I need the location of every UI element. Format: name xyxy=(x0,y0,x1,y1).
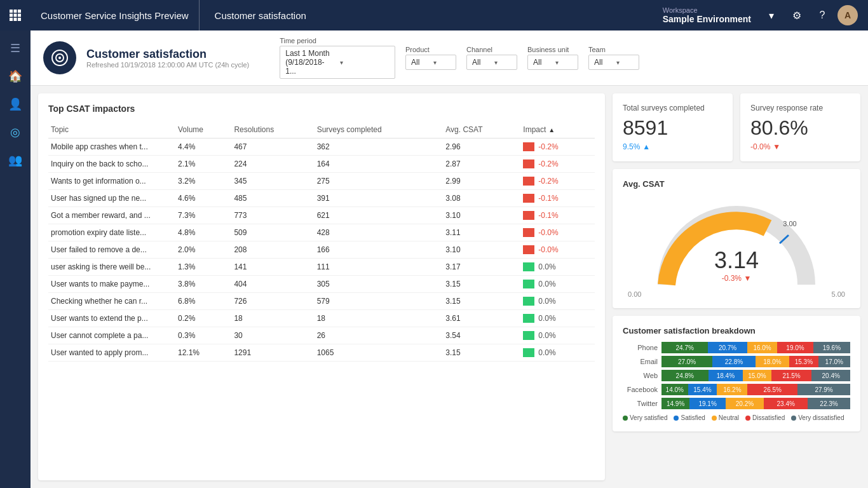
kpi-row: Total surveys completed 8591 9.5% ▲ Surv… xyxy=(613,93,860,161)
cell-avg-csat: 3.17 xyxy=(443,259,520,276)
grid-menu-icon[interactable] xyxy=(0,0,31,30)
main-content: Customer satisfaction Refreshed 10/19/20… xyxy=(31,30,868,488)
cell-impact: 0.0% xyxy=(520,344,595,362)
product-filter: Product All ▾ xyxy=(405,46,456,70)
breakdown-bar: 24.8%18.4%15.0%21.5%20.4% xyxy=(661,370,850,381)
breakdown-segment: 27.9% xyxy=(797,384,850,395)
breakdown-row: Email 27.0%22.8%18.0%15.3%17.0% xyxy=(623,356,850,367)
cell-topic: User wants to extend the p... xyxy=(48,310,175,327)
settings-icon[interactable]: ⚙ xyxy=(787,5,807,25)
cell-volume: 6.8% xyxy=(175,293,231,310)
cell-surveys: 391 xyxy=(315,190,444,207)
table-row[interactable]: User has signed up the ne... 4.6% 485 39… xyxy=(48,190,595,207)
top-navigation: Customer Service Insights Preview Custom… xyxy=(0,0,868,30)
table-row[interactable]: Got a member reward, and ... 7.3% 773 62… xyxy=(48,207,595,224)
legend-dot xyxy=(712,416,717,421)
cell-volume: 2.1% xyxy=(175,156,231,173)
sidebar-insights-icon[interactable]: ◎ xyxy=(3,119,28,145)
business-unit-select[interactable]: All ▾ xyxy=(527,55,578,70)
table-row[interactable]: user asking is there weill be... 1.3% 14… xyxy=(48,259,595,276)
page-header-text: Customer satisfaction Refreshed 10/19/20… xyxy=(86,48,249,69)
cell-surveys: 18 xyxy=(315,310,444,327)
legend-item: Satisfied xyxy=(674,414,705,421)
breakdown-card: Customer satisfaction breakdown Phone 24… xyxy=(613,316,860,431)
table-row[interactable]: User failed to remove a de... 2.0% 208 1… xyxy=(48,241,595,259)
team-select[interactable]: All ▾ xyxy=(588,55,639,70)
cell-volume: 12.1% xyxy=(175,344,231,362)
breakdown-segment: 23.4% xyxy=(764,398,808,409)
table-row[interactable]: Inquiry on the back to scho... 2.1% 224 … xyxy=(48,156,595,173)
cell-impact: -0.1% xyxy=(520,190,595,207)
col-volume[interactable]: Volume xyxy=(175,121,231,139)
col-surveys[interactable]: Surveys completed xyxy=(315,121,444,139)
gauge-value-display: 3.14 -0.3% ▼ xyxy=(714,247,759,283)
product-select[interactable]: All ▾ xyxy=(405,55,456,70)
breakdown-bar: 24.7%20.7%16.0%19.0%19.6% xyxy=(661,342,850,353)
workspace-info: Workspace Sample Environment xyxy=(663,6,751,24)
sidebar-people-icon[interactable]: 👥 xyxy=(3,147,28,173)
refresh-date: Refreshed 10/19/2018 12:00:00 AM UTC (24… xyxy=(86,61,249,69)
cell-avg-csat: 3.15 xyxy=(443,344,520,362)
breakdown-segment: 21.5% xyxy=(771,370,812,381)
svg-text:3.00: 3.00 xyxy=(783,220,796,227)
svg-rect-5 xyxy=(18,14,21,17)
col-resolutions[interactable]: Resolutions xyxy=(231,121,314,139)
help-icon[interactable]: ? xyxy=(812,5,832,25)
gauge-container: 3.00 3.14 -0.3% ▼ xyxy=(623,194,850,295)
breakdown-row: Facebook 14.0%15.4%16.2%26.5%27.9% xyxy=(623,384,850,395)
cell-topic: User failed to remove a de... xyxy=(48,241,175,259)
cell-avg-csat: 3.10 xyxy=(443,207,520,224)
sidebar-person-icon[interactable]: 👤 xyxy=(3,92,28,117)
table-row[interactable]: User cannot complete a pa... 0.3% 30 26 … xyxy=(48,327,595,344)
breakdown-segment: 20.2% xyxy=(726,398,764,409)
svg-rect-7 xyxy=(14,18,17,21)
cell-volume: 4.4% xyxy=(175,139,231,156)
breakdown-channel-label: Phone xyxy=(623,344,658,351)
user-avatar[interactable]: A xyxy=(837,5,858,25)
cell-resolutions: 773 xyxy=(231,207,314,224)
breakdown-segment: 26.5% xyxy=(747,384,797,395)
cell-avg-csat: 3.11 xyxy=(443,224,520,241)
table-section: Top CSAT impactors Topic Volume Resoluti… xyxy=(38,93,605,480)
cell-avg-csat: 3.61 xyxy=(443,310,520,327)
legend-dot xyxy=(623,416,628,421)
surveys-arrow-up: ▲ xyxy=(642,142,650,151)
workspace-chevron[interactable]: ▾ xyxy=(761,5,782,25)
time-period-select[interactable]: Last 1 Month (9/18/2018-1... ▾ xyxy=(280,46,395,79)
cell-volume: 4.6% xyxy=(175,190,231,207)
table-row[interactable]: Checking whether he can r... 6.8% 726 57… xyxy=(48,293,595,310)
cell-surveys: 111 xyxy=(315,259,444,276)
table-row[interactable]: User wants to make payme... 3.8% 404 305… xyxy=(48,276,595,293)
sidebar-home-icon[interactable]: 🏠 xyxy=(3,64,28,89)
cell-impact: -0.2% xyxy=(520,173,595,190)
legend-item: Very dissatisfied xyxy=(791,414,844,421)
col-avg-csat[interactable]: Avg. CSAT xyxy=(443,121,520,139)
table-row[interactable]: User wants to extend the p... 0.2% 18 18… xyxy=(48,310,595,327)
page-title: Customer satisfaction xyxy=(200,10,663,21)
breakdown-segment: 22.8% xyxy=(712,356,756,367)
cell-surveys: 579 xyxy=(315,293,444,310)
channel-select[interactable]: All ▾ xyxy=(466,55,517,70)
page-header: Customer satisfaction Refreshed 10/19/20… xyxy=(43,41,249,74)
cell-resolutions: 726 xyxy=(231,293,314,310)
table-row[interactable]: Mobile app crashes when t... 4.4% 467 36… xyxy=(48,139,595,156)
table-row[interactable]: User wanted to apply prom... 12.1% 1291 … xyxy=(48,344,595,362)
cell-volume: 3.8% xyxy=(175,276,231,293)
sidebar-menu-icon[interactable]: ☰ xyxy=(3,36,28,61)
surveys-label: Total surveys completed xyxy=(623,104,722,112)
col-topic[interactable]: Topic xyxy=(48,121,175,139)
svg-rect-8 xyxy=(18,18,21,21)
surveys-sub: 9.5% ▲ xyxy=(623,142,722,151)
table-row[interactable]: promotion expiry date liste... 4.8% 509 … xyxy=(48,224,595,241)
product-label: Product xyxy=(405,46,456,53)
cell-volume: 0.3% xyxy=(175,327,231,344)
svg-point-11 xyxy=(58,57,61,59)
breakdown-segment: 14.9% xyxy=(661,398,689,409)
channel-label: Channel xyxy=(466,46,517,53)
team-label: Team xyxy=(588,46,639,53)
table-row[interactable]: Wants to get information o... 3.2% 345 2… xyxy=(48,173,595,190)
cell-topic: User wants to make payme... xyxy=(48,276,175,293)
cell-surveys: 362 xyxy=(315,139,444,156)
col-impact[interactable]: Impact ▲ xyxy=(520,121,595,139)
breakdown-segment: 24.8% xyxy=(661,370,709,381)
